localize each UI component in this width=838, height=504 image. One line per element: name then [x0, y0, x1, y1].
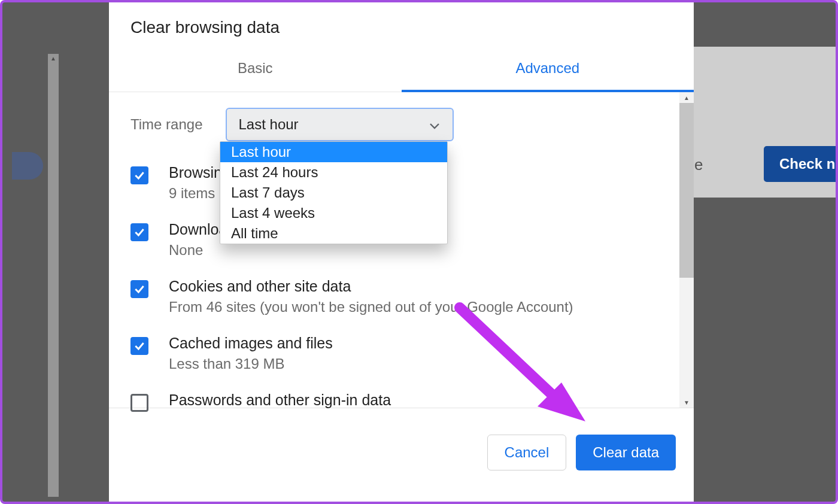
item-title: Cached images and files: [169, 335, 333, 352]
clear-browsing-data-dialog: Clear browsing data Basic Advanced Time …: [109, 0, 694, 502]
item-title: Passwords and other sign-in data: [169, 391, 391, 409]
dropdown-option-all-time[interactable]: All time: [220, 223, 447, 244]
time-range-label: Time range: [130, 116, 203, 133]
item-passwords: Passwords and other sign-in data: [130, 382, 672, 412]
dropdown-option-last-hour[interactable]: Last hour: [220, 142, 447, 162]
chevron-down-icon: [430, 116, 439, 133]
item-title: Cookies and other site data: [169, 278, 573, 295]
dialog-scrollbar[interactable]: [679, 92, 694, 408]
tab-basic[interactable]: Basic: [109, 53, 402, 92]
background-scrollbar-up-icon: [48, 54, 59, 62]
cancel-button[interactable]: Cancel: [487, 435, 567, 470]
background-check-button: Check n: [764, 146, 836, 182]
checkbox-passwords[interactable]: [130, 394, 148, 412]
time-range-dropdown: Last hour Last 24 hours Last 7 days Last…: [220, 141, 448, 244]
scroll-up-icon[interactable]: [679, 92, 694, 103]
checkbox-browsing-history[interactable]: [130, 166, 148, 184]
dialog-tabs: Basic Advanced: [109, 53, 694, 92]
dropdown-option-last-4-weeks[interactable]: Last 4 weeks: [220, 203, 447, 223]
item-cookies: Cookies and other site data From 46 site…: [130, 268, 672, 325]
dropdown-option-last-7-days[interactable]: Last 7 days: [220, 183, 447, 203]
scroll-thumb[interactable]: [679, 103, 694, 278]
background-scrollbar: [48, 54, 59, 497]
clear-data-button[interactable]: Clear data: [576, 435, 676, 470]
background-nav-pill: [12, 152, 43, 180]
scroll-down-icon[interactable]: [679, 397, 694, 408]
dialog-footer: Cancel Clear data: [109, 408, 694, 497]
dialog-title: Clear browsing data: [109, 0, 694, 53]
time-range-select[interactable]: Last hour: [226, 108, 454, 141]
item-subtitle: Less than 319 MB: [169, 356, 333, 372]
checkbox-cached[interactable]: [130, 337, 148, 355]
item-cached: Cached images and files Less than 319 MB: [130, 325, 672, 382]
checkbox-cookies[interactable]: [130, 280, 148, 298]
background-text-fragment: e: [694, 156, 703, 174]
dropdown-option-last-24-hours[interactable]: Last 24 hours: [220, 162, 447, 183]
item-subtitle: From 46 sites (you won't be signed out o…: [169, 299, 573, 315]
dialog-body: Time range Last hour Last hour Last 24 h…: [109, 92, 694, 408]
item-subtitle: None: [169, 242, 284, 259]
tab-advanced[interactable]: Advanced: [402, 53, 694, 92]
time-range-selected-value: Last hour: [239, 116, 299, 133]
checkbox-download-history[interactable]: [130, 223, 148, 241]
